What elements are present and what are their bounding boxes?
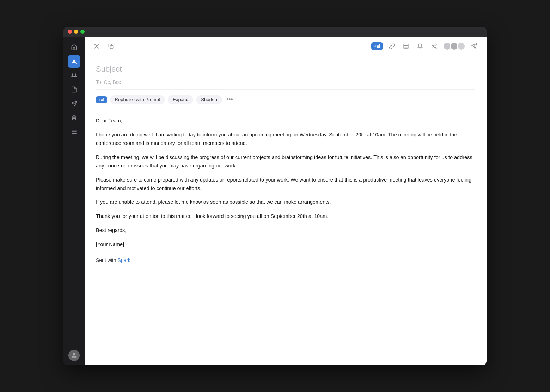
ai-pill-badge[interactable]: +ai (96, 96, 107, 103)
body-paragraph-5: Thank you for your attention to this mat… (96, 212, 475, 221)
ai-toolbar-badge[interactable]: +ai (371, 42, 383, 50)
svg-point-15 (432, 45, 433, 47)
close-button[interactable] (68, 30, 72, 34)
rephrase-with-prompt-button[interactable]: Rephrase with Prompt (110, 95, 165, 104)
toolbar-right: +ai (371, 41, 479, 51)
body-paragraph-4: If you are unable to attend, please let … (96, 198, 475, 207)
bell-button[interactable] (415, 41, 425, 51)
maximize-button[interactable] (80, 30, 85, 34)
ai-actions-toolbar: +ai Rephrase with Prompt Expand Shorten … (96, 95, 475, 110)
app-body: +ai (63, 37, 487, 365)
signature-line: [Your Name] (96, 240, 475, 249)
collaborators-avatars (443, 42, 465, 50)
svg-rect-10 (404, 44, 408, 49)
email-compose-body: Subject To, Cc, Bcc +ai Rephrase with Pr… (85, 56, 487, 365)
shorten-button[interactable]: Shorten (196, 95, 222, 104)
sidebar-item-home[interactable] (68, 41, 80, 54)
sent-with-footer: Sent with Spark (96, 257, 475, 263)
greeting-line: Dear Team, (96, 117, 475, 125)
svg-point-16 (435, 47, 436, 49)
app-window: +ai (63, 27, 487, 365)
svg-point-14 (435, 44, 436, 45)
sent-with-prefix: Sent with (96, 257, 117, 263)
expand-button[interactable]: Expand (168, 95, 193, 104)
recipients-field[interactable]: To, Cc, Bcc (96, 78, 475, 90)
sidebar-item-menu[interactable] (68, 125, 80, 138)
title-bar (63, 27, 487, 37)
sidebar-item-compose[interactable] (68, 55, 80, 68)
body-paragraph-3: Please make sure to come prepared with a… (96, 176, 475, 193)
traffic-lights (68, 30, 85, 34)
close-compose-button[interactable] (92, 41, 102, 51)
closing-line: Best regards, (96, 226, 475, 235)
body-paragraph-1: I hope you are doing well. I am writing … (96, 131, 475, 148)
svg-line-17 (433, 47, 435, 48)
email-body-text[interactable]: Dear Team, I hope you are doing well. I … (96, 117, 475, 249)
email-compose-panel: +ai (85, 37, 487, 365)
sidebar (63, 37, 85, 365)
email-toolbar: +ai (85, 37, 487, 56)
link-button[interactable] (386, 41, 397, 51)
svg-point-6 (73, 353, 75, 355)
note-button[interactable] (401, 41, 411, 51)
svg-line-18 (433, 45, 435, 46)
copy-button[interactable] (106, 41, 116, 51)
user-avatar[interactable] (68, 350, 80, 361)
spark-link[interactable]: Spark (117, 257, 130, 263)
share-button[interactable] (429, 41, 439, 51)
subject-field[interactable]: Subject (96, 65, 475, 74)
minimize-button[interactable] (74, 30, 78, 34)
send-button[interactable] (469, 41, 479, 51)
sidebar-item-documents[interactable] (68, 83, 80, 96)
more-actions-button[interactable]: ••• (225, 96, 234, 103)
sidebar-item-trash[interactable] (68, 111, 80, 124)
svg-marker-0 (72, 59, 77, 64)
collaborator-avatar-3 (457, 42, 465, 50)
sidebar-item-sent[interactable] (68, 97, 80, 110)
svg-rect-9 (110, 45, 113, 48)
sidebar-item-notifications[interactable] (68, 69, 80, 82)
toolbar-left (92, 41, 116, 51)
body-paragraph-2: During the meeting, we will be discussin… (96, 153, 475, 170)
